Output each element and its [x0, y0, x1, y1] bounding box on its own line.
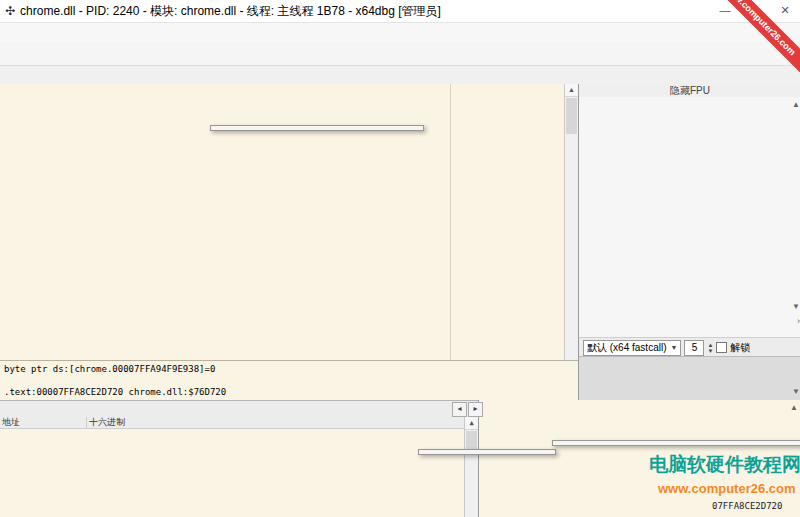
- watermark-site-name: 电脑软硬件教程网: [649, 452, 800, 478]
- title-bar[interactable]: ✣ chrome.dll - PID: 2240 - 模块: chrome.dl…: [0, 0, 800, 23]
- calling-convention-select[interactable]: 默认 (x64 fastcall) ▼: [583, 340, 681, 356]
- info-line-1: byte ptr ds:[chrome.00007FFA94F9E938]=0: [4, 364, 574, 374]
- dump-address-header: 地址: [0, 417, 87, 428]
- x64dbg-window: ✣ chrome.dll - PID: 2240 - 模块: chrome.dl…: [0, 0, 800, 517]
- scroll-thumb[interactable]: [566, 98, 577, 134]
- args-scroll-down-icon[interactable]: ▼: [792, 387, 800, 396]
- close-button[interactable]: ✕: [770, 0, 800, 22]
- search-scope-submenu: [418, 449, 556, 455]
- call-arguments: [579, 356, 800, 400]
- dump-header: 地址 十六进制: [0, 417, 478, 429]
- scroll-thumb[interactable]: [466, 431, 477, 451]
- info-line-2: .text:00007FFA8CE2D720 chrome.dll:$76D72…: [4, 387, 574, 397]
- arg-count-input[interactable]: 5: [684, 340, 704, 356]
- regs-scroll-up-icon[interactable]: ▲: [792, 100, 800, 109]
- window-title: chrome.dll - PID: 2240 - 模块: chrome.dll …: [20, 3, 441, 20]
- stray-address-fragment: 07FFA8CE2D720: [712, 501, 782, 511]
- unlock-label: 解锁: [730, 341, 750, 355]
- calling-convention-value: 默认 (x64 fastcall): [587, 341, 666, 355]
- windows-logo-watermark: [585, 434, 655, 504]
- watermark-site-url: www.computer26.com: [658, 481, 796, 496]
- app-icon: ✣: [5, 4, 15, 18]
- chevron-down-icon: ▼: [670, 341, 677, 355]
- arg-count-stepper[interactable]: ▲▼: [707, 342, 713, 354]
- calling-convention-bar: 默认 (x64 fastcall) ▼ 5 ▲▼ 解锁: [579, 337, 800, 357]
- dump-tab-bar: [0, 400, 478, 418]
- unlock-checkbox[interactable]: [716, 342, 727, 353]
- toolbar: [0, 42, 800, 66]
- scroll-up-icon[interactable]: ▲: [565, 84, 578, 97]
- tab-scroll-left-icon[interactable]: ◂: [452, 402, 467, 417]
- registers-panel[interactable]: 隐藏FPU ▲ ▼ › 默认 (x64 fastcall) ▼ 5 ▲▼ 解锁 …: [578, 84, 800, 400]
- hide-fpu-button[interactable]: 隐藏FPU: [579, 84, 800, 97]
- regs-scroll-down-icon[interactable]: ▼: [792, 302, 800, 311]
- column-divider: [450, 84, 451, 360]
- tab-scroll-right-icon[interactable]: ▸: [468, 402, 483, 417]
- menu-bar: [0, 23, 800, 42]
- info-box: byte ptr ds:[chrome.00007FFA94F9E938]=0 …: [0, 360, 578, 400]
- context-menu: [210, 125, 424, 131]
- disasm-scrollbar[interactable]: ▲: [564, 84, 578, 360]
- dump-hex-header: 十六进制: [87, 417, 125, 428]
- dump-panel[interactable]: 地址 十六进制 ▲: [0, 417, 478, 517]
- dump-scrollbar[interactable]: ▲: [464, 417, 478, 517]
- scroll-up-icon[interactable]: ▲: [465, 417, 478, 430]
- stack-scroll-up-icon[interactable]: ▲: [790, 403, 798, 412]
- tab-scroll-buttons: ◂ ▸: [452, 402, 798, 417]
